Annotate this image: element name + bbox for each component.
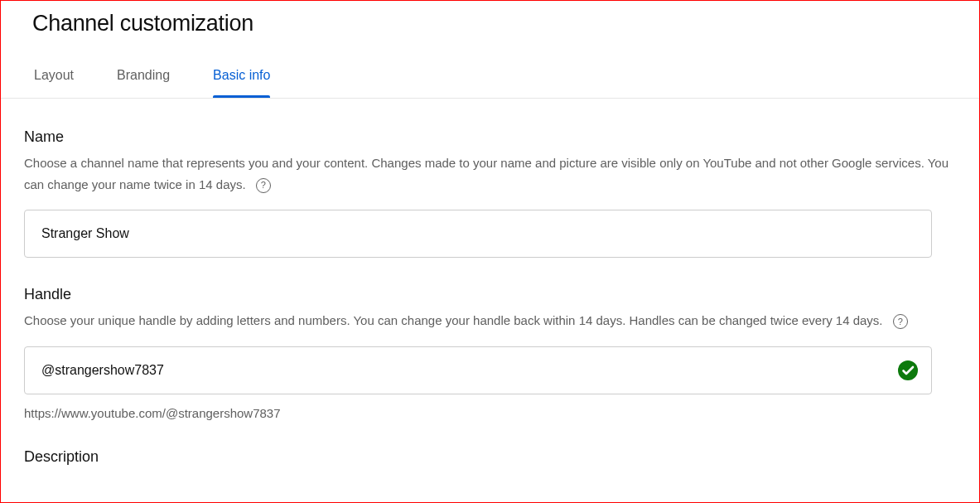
name-section-title: Name [24,128,956,146]
name-help-text: Choose a channel name that represents yo… [24,156,949,191]
tab-basic-info[interactable]: Basic info [213,56,270,98]
handle-section-title: Handle [24,286,956,303]
help-icon[interactable]: ? [893,314,908,329]
handle-section-help: Choose your unique handle by adding lett… [24,310,956,331]
channel-name-input[interactable] [41,226,915,241]
channel-url-text: https://www.youtube.com/@strangershow783… [24,406,956,420]
svg-point-0 [898,360,918,380]
description-section: Description [24,448,956,466]
checkmark-icon [898,360,918,380]
page-title: Channel customization [32,11,948,36]
tab-layout[interactable]: Layout [34,56,74,98]
description-section-title: Description [24,448,956,466]
name-section-help: Choose a channel name that represents yo… [24,152,956,195]
channel-name-field[interactable] [24,210,932,258]
handle-section: Handle Choose your unique handle by addi… [24,286,956,420]
channel-handle-field[interactable] [24,346,932,394]
tabs-bar: Layout Branding Basic info [32,56,948,98]
channel-handle-input[interactable] [41,363,915,378]
name-section: Name Choose a channel name that represen… [24,128,956,258]
handle-help-text: Choose your unique handle by adding lett… [24,313,883,327]
help-icon[interactable]: ? [256,178,271,193]
tab-branding[interactable]: Branding [117,56,170,98]
